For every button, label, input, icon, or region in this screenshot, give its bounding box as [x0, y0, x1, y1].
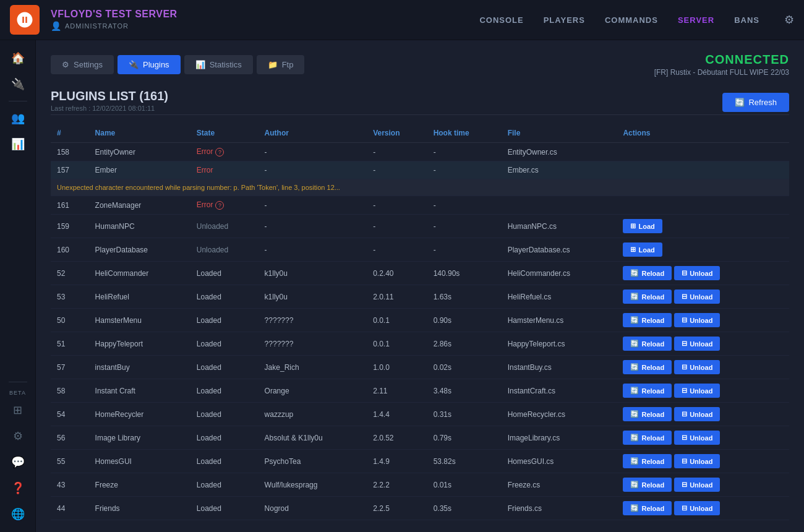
reload-button[interactable]: 🔄 Reload: [623, 501, 672, 515]
sidebar-item-globe[interactable]: 🌐: [6, 502, 30, 526]
table-row: 55 HomesGUI Loaded PsychoTea 1.4.9 53.82…: [51, 450, 789, 473]
unload-button[interactable]: ⊟ Unload: [674, 431, 720, 445]
main-content: ⚙ Settings 🔌 Plugins 📊 Statistics 📁 Ftp …: [36, 40, 804, 532]
reload-button[interactable]: 🔄 Reload: [623, 478, 672, 492]
sidebar-item-settings[interactable]: ⚙: [6, 424, 30, 448]
cell-name: instantBuy: [89, 356, 190, 379]
cell-state: Loaded: [190, 262, 259, 285]
tooltip-message: Unexpected character encountered while p…: [57, 184, 340, 191]
cell-file: HeliCommander.cs: [502, 262, 617, 285]
reload-button[interactable]: 🔄 Reload: [623, 454, 672, 468]
nav-server[interactable]: SERVER: [678, 15, 714, 25]
sidebar-item-help[interactable]: ❓: [6, 476, 30, 500]
sidebar-item-grid[interactable]: ⊞: [6, 398, 30, 422]
table-row: 44 Friends Loaded Nogrod 2.2.5 0.35s Fri…: [51, 497, 789, 520]
reload-button[interactable]: 🔄 Reload: [623, 290, 672, 304]
cell-state: Loaded: [190, 309, 259, 332]
cell-state: Loaded: [190, 473, 259, 497]
unload-button[interactable]: ⊟ Unload: [674, 478, 720, 492]
cell-author: Jake_Rich: [259, 356, 367, 379]
ftp-icon: 📁: [268, 60, 278, 69]
reload-button[interactable]: 🔄 Reload: [623, 266, 672, 280]
tab-statistics[interactable]: 📊 Statistics: [184, 55, 253, 74]
tab-ftp[interactable]: 📁 Ftp: [257, 55, 305, 74]
state-label: Loaded: [197, 434, 221, 442]
unload-button[interactable]: ⊟ Unload: [674, 266, 720, 280]
cell-file: HomeRecycler.cs: [502, 403, 617, 426]
sidebar-item-chart[interactable]: 📊: [6, 132, 30, 156]
tab-plugins[interactable]: 🔌 Plugins: [118, 55, 181, 74]
sidebar-item-users[interactable]: 👥: [6, 106, 30, 130]
cell-id: 157: [51, 161, 89, 179]
table-row: 43 Freeze Loaded Wulf/lukespragg 2.2.2 0…: [51, 473, 789, 497]
unload-button[interactable]: ⊟ Unload: [674, 454, 720, 468]
cell-actions: 🔄 Reload⊟ Unload: [617, 497, 789, 520]
tooltip-cell: Unexpected character encountered while p…: [51, 179, 789, 196]
reload-icon: 🔄: [630, 387, 639, 395]
nav-commands[interactable]: COMMANDS: [605, 15, 658, 25]
cell-version: 1.4.9: [367, 450, 427, 473]
unload-icon: ⊟: [682, 481, 687, 489]
table-row: 159 HumanNPC Unloaded - - - HumanNPC.cs …: [51, 215, 789, 238]
unload-button[interactable]: ⊟ Unload: [674, 337, 720, 351]
nav-bans[interactable]: BANS: [734, 15, 759, 25]
network-icon[interactable]: ⚙: [784, 13, 794, 27]
unload-button[interactable]: ⊟ Unload: [674, 290, 720, 304]
reload-button[interactable]: 🔄 Reload: [623, 431, 672, 445]
load-button[interactable]: ⊞ Load: [623, 242, 662, 257]
col-version: Version: [367, 124, 427, 143]
cell-id: 44: [51, 497, 89, 520]
cell-hooktime: 53.82s: [427, 450, 502, 473]
unload-button[interactable]: ⊟ Unload: [674, 360, 720, 374]
reload-icon: 🔄: [630, 340, 639, 348]
reload-button[interactable]: 🔄 Reload: [623, 360, 672, 374]
cell-id: 57: [51, 356, 89, 379]
tab-settings[interactable]: ⚙ Settings: [51, 55, 114, 74]
unload-button[interactable]: ⊟ Unload: [674, 384, 720, 398]
load-button[interactable]: ⊞ Load: [623, 219, 662, 233]
cell-author: -: [259, 196, 367, 215]
cell-name: ZoneManager: [89, 196, 190, 215]
cell-author: ???????: [259, 332, 367, 356]
cell-state: Unloaded: [190, 215, 259, 238]
reload-icon: 🔄: [630, 363, 639, 371]
cell-id: 161: [51, 196, 89, 215]
info-icon[interactable]: ?: [215, 201, 224, 210]
table-row: 51 HappyTeleport Loaded ??????? 0.0.1 2.…: [51, 332, 789, 356]
reload-button[interactable]: 🔄 Reload: [623, 337, 672, 351]
state-label: Loaded: [197, 410, 221, 419]
nav-players[interactable]: PLAYERS: [544, 15, 585, 25]
table-row: 56 Image Library Loaded Absolut & K1lly0…: [51, 426, 789, 450]
cell-version: 1.0.0: [367, 356, 427, 379]
cell-id: 58: [51, 379, 89, 403]
nav-links: CONSOLE PLAYERS COMMANDS SERVER BANS ⚙: [479, 13, 794, 27]
cell-name: PlayerDatabase: [89, 238, 190, 262]
refresh-button[interactable]: 🔄 Refresh: [722, 93, 789, 112]
cell-id: 54: [51, 403, 89, 426]
nav-console[interactable]: CONSOLE: [479, 15, 523, 25]
unload-button[interactable]: ⊟ Unload: [674, 501, 720, 515]
cell-file: HappyTeleport.cs: [502, 332, 617, 356]
sidebar-item-home[interactable]: 🏠: [6, 46, 30, 70]
sidebar-item-plugins[interactable]: 🔌: [6, 72, 30, 96]
cell-hooktime: -: [427, 143, 502, 161]
cell-hooktime: 0.01s: [427, 473, 502, 497]
unload-button[interactable]: ⊟ Unload: [674, 313, 720, 327]
reload-button[interactable]: 🔄 Reload: [623, 384, 672, 398]
table-row: 157 Ember Error - - - Ember.cs: [51, 161, 789, 179]
info-icon[interactable]: ?: [215, 148, 224, 157]
connected-server: [FR] Rustix - Débutant FULL WIPE 22/03: [654, 68, 789, 77]
sidebar-item-discord[interactable]: 💬: [6, 450, 30, 474]
cell-actions: 🔄 Reload⊟ Unload: [617, 285, 789, 309]
cell-name: Ember: [89, 161, 190, 179]
cell-actions: 🔄 Reload⊟ Unload: [617, 403, 789, 426]
admin-label: ADMINISTRATOR: [65, 22, 129, 30]
cell-actions: ⊞ Load: [617, 215, 789, 238]
reload-button[interactable]: 🔄 Reload: [623, 407, 672, 421]
cell-author: -: [259, 143, 367, 161]
reload-button[interactable]: 🔄 Reload: [623, 313, 672, 327]
state-label: Loaded: [197, 269, 221, 278]
section-divider: [51, 114, 789, 115]
unload-button[interactable]: ⊟ Unload: [674, 407, 720, 421]
reload-icon: 🔄: [630, 481, 639, 489]
